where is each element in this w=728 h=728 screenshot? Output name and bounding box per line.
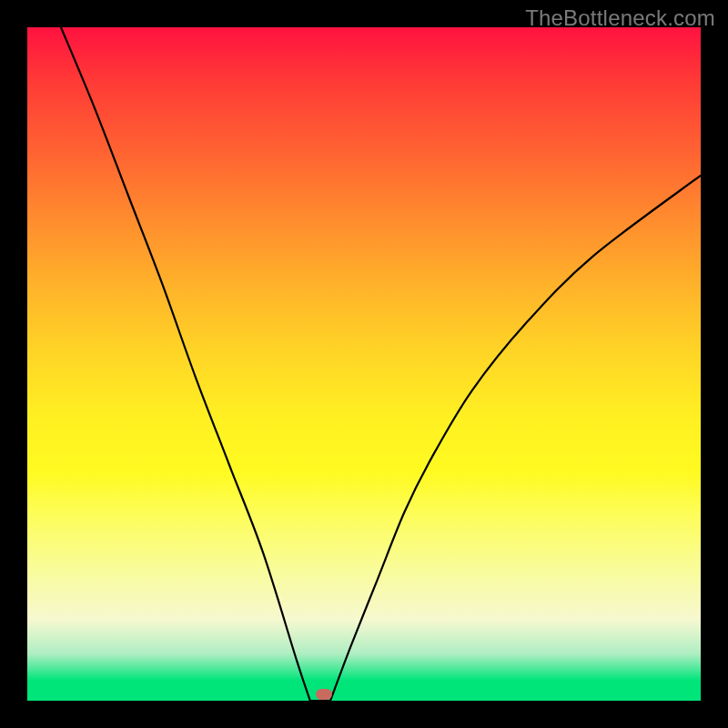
minimum-marker (316, 689, 332, 700)
chart-plot-area (27, 27, 701, 701)
watermark-text: TheBottleneck.com (525, 5, 715, 31)
curve-left-branch (61, 27, 310, 701)
chart-curve-layer (27, 27, 701, 701)
curve-right-branch (330, 176, 701, 701)
